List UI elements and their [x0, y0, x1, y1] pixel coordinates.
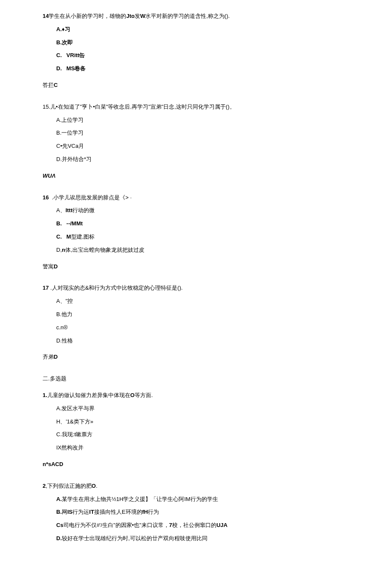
document-page: 14学生在从小新的学习时，雄物的Jto发W水平对新的学习的道含性,称之为(). …: [0, 0, 392, 564]
q15-options: A.上位学习 B.一位学习 C•先VCa月 D.并外结合*习: [43, 116, 349, 164]
m1-optB: H、'1&类下方»: [56, 417, 349, 426]
q14-num: 14: [43, 13, 49, 19]
q14-optD: D. MS卷各: [56, 64, 349, 73]
q14-options: A.♦习 B.次即 C. VRitt缶 D. MS卷各: [43, 25, 349, 73]
m1-stem: 1.儿童的做认知催力差异集中体现在O等方面.: [43, 391, 349, 400]
m1-answer: n*sACD: [43, 460, 349, 469]
m2-optD: D.较好在学士出现雄纪行为时,可以松的廿产双向程吱使用比同: [56, 534, 349, 543]
m1-optA: A.发区水平与界: [56, 404, 349, 413]
m2-options: A.某学生在用水上物共½1H学之义援】「让学生心阿IM行为的学生 B.网IS行为…: [43, 495, 349, 543]
m2-optC: Cs司电行为不仅#'/生白"的因家•也"来口议常，7校，社公例窜口的UJA: [56, 521, 349, 530]
section2-title: 二.多选题: [43, 374, 349, 383]
q14-optC: C. VRitt缶: [56, 51, 349, 60]
q17-optD: D.性格: [56, 337, 349, 345]
q15-optA: A.上位学习: [56, 116, 349, 125]
m2-stem: 2,下列假法正施的肥O.: [43, 482, 349, 491]
q16-optC: C. M型建,图标: [56, 233, 349, 242]
q17-answer: 齐弟D: [43, 353, 349, 362]
q17-optA: A、"控: [56, 297, 349, 306]
q14-optA: A.♦习: [56, 25, 349, 34]
m1-options: A.发区水平与界 H、'1&类下方» C.我现:t嗽票方 IX然构改并: [43, 404, 349, 452]
q17-stem: 17 .人对现实的态&和行为方式中比牧稳定的心理特征是().: [43, 284, 349, 293]
q16-answer: 警寓D: [43, 262, 349, 271]
q16-optB: B. --/MMt: [56, 219, 349, 228]
q14-answer: 答拦C: [43, 81, 349, 90]
q14-optB: B.次即: [56, 38, 349, 47]
q16-optD: D,n体,出宝出螳向物象龙就把妓过皮: [43, 246, 349, 255]
q17-options: A、"控 B.他力 c.n® D.性格: [43, 297, 349, 345]
q17-optC: c.n®: [56, 323, 349, 332]
q15-answer: WUΛ: [43, 172, 349, 181]
q16-stem: 16 .小学儿诶思批发展的腓点是《> ·: [43, 193, 349, 202]
q14-stem: 14学生在从小新的学习时，雄物的Jto发W水平对新的学习的道含性,称之为().: [43, 12, 349, 21]
q15-stem: 15.儿•在知道了"亨卜•白菜"等收念后,再学习"宣弟"日念,这时只同化学习属于…: [43, 103, 349, 112]
q16-options: A、Ittt行动的微 B. --/MMt C. M型建,图标 D,n体,出宝出螳…: [43, 206, 349, 254]
q17-optB: B.他力: [56, 310, 349, 319]
m2-optB: B.网IS行为运IT接插向性人E环境的fH行为: [56, 508, 349, 517]
q15-optB: B.一位学习: [56, 129, 349, 138]
m1-optD: IX然构改并: [56, 443, 349, 452]
m2-optA: A.某学生在用水上物共½1H学之义援】「让学生心阿IM行为的学生: [56, 495, 349, 504]
q16-optA: A、Ittt行动的微: [56, 206, 349, 215]
q15-optD: D.并外结合*习: [56, 155, 349, 164]
q15-optC: C•先VCa月: [56, 142, 349, 151]
m1-optC: C.我现:t嗽票方: [56, 430, 349, 439]
